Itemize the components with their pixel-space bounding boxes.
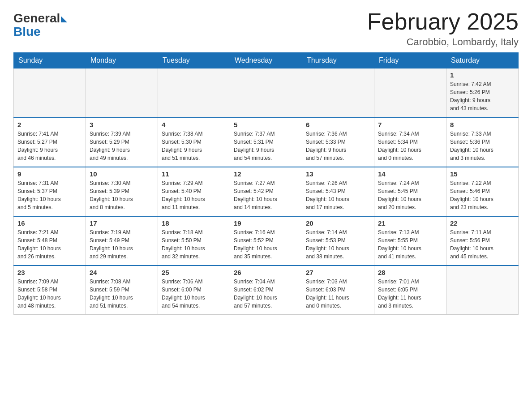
table-row: 10Sunrise: 7:30 AM Sunset: 5:39 PM Dayli… — [86, 167, 158, 216]
table-row: 21Sunrise: 7:13 AM Sunset: 5:55 PM Dayli… — [374, 216, 446, 265]
table-row — [446, 265, 519, 315]
day-number: 16 — [17, 219, 82, 227]
page-header: General Blue February 2025 Carobbio, Lom… — [13, 9, 519, 48]
calendar-week-row: 16Sunrise: 7:21 AM Sunset: 5:48 PM Dayli… — [14, 216, 519, 265]
table-row: 15Sunrise: 7:22 AM Sunset: 5:46 PM Dayli… — [446, 167, 519, 216]
day-info: Sunrise: 7:38 AM Sunset: 5:30 PM Dayligh… — [162, 130, 226, 162]
day-info: Sunrise: 7:21 AM Sunset: 5:48 PM Dayligh… — [17, 228, 82, 261]
table-row — [374, 68, 446, 118]
day-number: 21 — [378, 219, 442, 227]
day-info: Sunrise: 7:33 AM Sunset: 5:36 PM Dayligh… — [450, 130, 515, 162]
day-number: 26 — [234, 269, 298, 276]
table-row: 22Sunrise: 7:11 AM Sunset: 5:56 PM Dayli… — [446, 216, 519, 265]
calendar-header-row: Sunday Monday Tuesday Wednesday Thursday… — [14, 53, 519, 68]
day-number: 7 — [378, 121, 442, 128]
table-row: 11Sunrise: 7:29 AM Sunset: 5:40 PM Dayli… — [158, 167, 230, 216]
header-sunday: Sunday — [14, 53, 86, 68]
day-info: Sunrise: 7:14 AM Sunset: 5:53 PM Dayligh… — [306, 228, 370, 261]
day-info: Sunrise: 7:22 AM Sunset: 5:46 PM Dayligh… — [450, 179, 515, 211]
day-number: 4 — [162, 121, 226, 128]
day-info: Sunrise: 7:37 AM Sunset: 5:31 PM Dayligh… — [234, 130, 298, 162]
day-number: 17 — [90, 219, 154, 227]
day-info: Sunrise: 7:36 AM Sunset: 5:33 PM Dayligh… — [306, 130, 370, 162]
header-saturday: Saturday — [446, 53, 519, 68]
day-number: 1 — [450, 71, 515, 79]
table-row — [158, 68, 230, 118]
table-row: 1Sunrise: 7:42 AM Sunset: 5:26 PM Daylig… — [446, 68, 519, 118]
day-info: Sunrise: 7:18 AM Sunset: 5:50 PM Dayligh… — [162, 228, 226, 261]
table-row: 27Sunrise: 7:03 AM Sunset: 6:03 PM Dayli… — [302, 265, 374, 315]
day-number: 12 — [234, 170, 298, 178]
day-info: Sunrise: 7:01 AM Sunset: 6:05 PM Dayligh… — [378, 278, 442, 310]
header-wednesday: Wednesday — [230, 53, 302, 68]
table-row: 7Sunrise: 7:34 AM Sunset: 5:34 PM Daylig… — [374, 118, 446, 167]
day-info: Sunrise: 7:19 AM Sunset: 5:49 PM Dayligh… — [90, 228, 154, 261]
table-row: 16Sunrise: 7:21 AM Sunset: 5:48 PM Dayli… — [14, 216, 86, 265]
day-number: 13 — [306, 170, 370, 178]
table-row: 26Sunrise: 7:04 AM Sunset: 6:02 PM Dayli… — [230, 265, 302, 315]
table-row — [302, 68, 374, 118]
day-number: 6 — [306, 121, 370, 128]
table-row: 5Sunrise: 7:37 AM Sunset: 5:31 PM Daylig… — [230, 118, 302, 167]
day-info: Sunrise: 7:30 AM Sunset: 5:39 PM Dayligh… — [90, 179, 154, 211]
day-number: 23 — [17, 269, 82, 276]
day-number: 19 — [234, 219, 298, 227]
table-row — [86, 68, 158, 118]
header-tuesday: Tuesday — [158, 53, 230, 68]
table-row — [14, 68, 86, 118]
day-number: 5 — [234, 121, 298, 128]
day-number: 18 — [162, 219, 226, 227]
table-row — [230, 68, 302, 118]
calendar-week-row: 1Sunrise: 7:42 AM Sunset: 5:26 PM Daylig… — [14, 68, 519, 118]
table-row: 14Sunrise: 7:24 AM Sunset: 5:45 PM Dayli… — [374, 167, 446, 216]
table-row: 18Sunrise: 7:18 AM Sunset: 5:50 PM Dayli… — [158, 216, 230, 265]
table-row: 25Sunrise: 7:06 AM Sunset: 6:00 PM Dayli… — [158, 265, 230, 315]
table-row: 23Sunrise: 7:09 AM Sunset: 5:58 PM Dayli… — [14, 265, 86, 315]
day-number: 27 — [306, 269, 370, 276]
day-info: Sunrise: 7:42 AM Sunset: 5:26 PM Dayligh… — [450, 80, 515, 112]
day-number: 15 — [450, 170, 515, 178]
day-number: 25 — [162, 269, 226, 276]
logo-general-text: General — [13, 11, 60, 26]
day-info: Sunrise: 7:06 AM Sunset: 6:00 PM Dayligh… — [162, 278, 226, 310]
title-block: February 2025 Carobbio, Lombardy, Italy — [367, 9, 519, 48]
calendar-week-row: 2Sunrise: 7:41 AM Sunset: 5:27 PM Daylig… — [14, 118, 519, 167]
table-row: 28Sunrise: 7:01 AM Sunset: 6:05 PM Dayli… — [374, 265, 446, 315]
table-row: 12Sunrise: 7:27 AM Sunset: 5:42 PM Dayli… — [230, 167, 302, 216]
day-info: Sunrise: 7:03 AM Sunset: 6:03 PM Dayligh… — [306, 278, 370, 310]
table-row: 20Sunrise: 7:14 AM Sunset: 5:53 PM Dayli… — [302, 216, 374, 265]
calendar-table: Sunday Monday Tuesday Wednesday Thursday… — [13, 52, 519, 315]
day-info: Sunrise: 7:41 AM Sunset: 5:27 PM Dayligh… — [17, 130, 82, 162]
logo-arrow-icon — [61, 16, 67, 22]
header-friday: Friday — [374, 53, 446, 68]
day-number: 2 — [17, 121, 82, 128]
day-info: Sunrise: 7:08 AM Sunset: 5:59 PM Dayligh… — [90, 278, 154, 310]
day-info: Sunrise: 7:27 AM Sunset: 5:42 PM Dayligh… — [234, 179, 298, 211]
day-info: Sunrise: 7:31 AM Sunset: 5:37 PM Dayligh… — [17, 179, 82, 211]
table-row: 8Sunrise: 7:33 AM Sunset: 5:36 PM Daylig… — [446, 118, 519, 167]
day-info: Sunrise: 7:04 AM Sunset: 6:02 PM Dayligh… — [234, 278, 298, 310]
calendar-week-row: 23Sunrise: 7:09 AM Sunset: 5:58 PM Dayli… — [14, 265, 519, 315]
day-number: 9 — [17, 170, 82, 178]
day-number: 10 — [90, 170, 154, 178]
calendar-week-row: 9Sunrise: 7:31 AM Sunset: 5:37 PM Daylig… — [14, 167, 519, 216]
day-number: 14 — [378, 170, 442, 178]
day-info: Sunrise: 7:11 AM Sunset: 5:56 PM Dayligh… — [450, 228, 515, 261]
table-row: 24Sunrise: 7:08 AM Sunset: 5:59 PM Dayli… — [86, 265, 158, 315]
location-subtitle: Carobbio, Lombardy, Italy — [367, 36, 519, 48]
table-row: 3Sunrise: 7:39 AM Sunset: 5:29 PM Daylig… — [86, 118, 158, 167]
table-row: 4Sunrise: 7:38 AM Sunset: 5:30 PM Daylig… — [158, 118, 230, 167]
day-info: Sunrise: 7:29 AM Sunset: 5:40 PM Dayligh… — [162, 179, 226, 211]
table-row: 2Sunrise: 7:41 AM Sunset: 5:27 PM Daylig… — [14, 118, 86, 167]
day-number: 28 — [378, 269, 442, 276]
day-info: Sunrise: 7:34 AM Sunset: 5:34 PM Dayligh… — [378, 130, 442, 162]
day-number: 24 — [90, 269, 154, 276]
day-number: 20 — [306, 219, 370, 227]
table-row: 9Sunrise: 7:31 AM Sunset: 5:37 PM Daylig… — [14, 167, 86, 216]
logo-blue-text: Blue — [13, 25, 67, 39]
day-info: Sunrise: 7:39 AM Sunset: 5:29 PM Dayligh… — [90, 130, 154, 162]
day-info: Sunrise: 7:26 AM Sunset: 5:43 PM Dayligh… — [306, 179, 370, 211]
day-info: Sunrise: 7:24 AM Sunset: 5:45 PM Dayligh… — [378, 179, 442, 211]
table-row: 17Sunrise: 7:19 AM Sunset: 5:49 PM Dayli… — [86, 216, 158, 265]
header-monday: Monday — [86, 53, 158, 68]
